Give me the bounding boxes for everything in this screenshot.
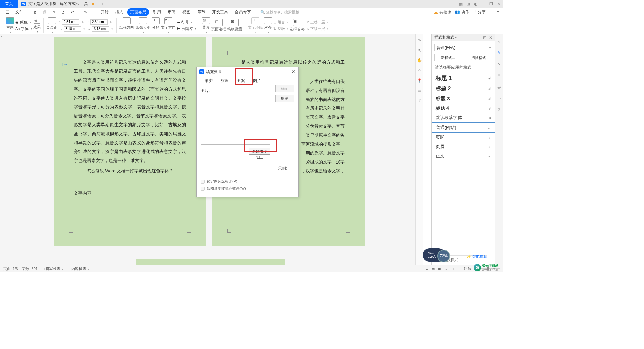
undo-icon[interactable]: ↶ [70, 10, 75, 15]
menu-review[interactable]: 审阅 [165, 8, 178, 16]
downone-button[interactable]: ↘ 下移一层▾ [306, 26, 328, 31]
margin-button[interactable]: 页边距▾ [46, 17, 57, 34]
tab-pattern[interactable]: 图案 [233, 76, 249, 85]
align-button[interactable]: ⊟对齐▾ [264, 17, 272, 34]
location-icon[interactable]: ◎ [496, 84, 502, 90]
smart-layout-button[interactable]: ✨ 智能排版 [466, 254, 487, 259]
margin-right-input[interactable] [92, 26, 109, 32]
tab-document[interactable]: W 文字是人类用符...远的方式和工具 [18, 1, 97, 7]
rotate-button[interactable]: ↻ 旋转▾ [273, 26, 288, 31]
close-icon[interactable]: ✕ [497, 2, 500, 6]
wrap-button[interactable]: ⊡文字环绕▾ [248, 17, 263, 34]
menu-view[interactable]: 视图 [180, 8, 193, 16]
zoom-level[interactable]: 74% [464, 267, 471, 271]
theme-button[interactable]: 主题▾ [6, 17, 14, 34]
background-button[interactable]: ▨背景▾ [202, 17, 210, 34]
lineno-button[interactable]: ≣ 行号▾ [177, 20, 196, 25]
view-mode-4-icon[interactable]: ⊞ [438, 267, 441, 271]
file-dropdown-icon[interactable]: ▾ [28, 11, 30, 14]
spellcheck-toggle[interactable]: ⊡ 拼写检查 ▾ [42, 266, 63, 271]
maximize-icon[interactable]: ❐ [489, 2, 493, 6]
fit-icon[interactable]: ⊡ [457, 267, 460, 271]
undo-dropdown-icon[interactable]: ▾ [78, 11, 80, 14]
cursor-icon[interactable]: ↖ [418, 48, 421, 53]
expand-icon[interactable]: ⌃ [496, 10, 500, 15]
pin-icon[interactable]: ⊡ [483, 35, 486, 40]
selectpane-button[interactable]: ⊟选择窗格 [290, 19, 305, 32]
panel-close-icon[interactable]: ✕ [489, 35, 492, 40]
select-picture-button[interactable]: 选择图片(L)... [249, 148, 270, 155]
pin-icon[interactable]: 📍 [417, 78, 422, 83]
view-mode-6-icon[interactable]: ⊟ [451, 267, 454, 271]
tab-add[interactable]: + [97, 1, 108, 7]
menu-file[interactable]: 文件 [13, 8, 26, 16]
hamburger-icon[interactable]: ☰ [5, 10, 10, 15]
minimize-icon[interactable]: — [481, 2, 485, 6]
book-icon[interactable]: ▭ [418, 88, 421, 93]
saveas-icon[interactable]: 🗐 [42, 10, 47, 15]
collab-button[interactable]: 👥 协作 [455, 9, 469, 15]
ok-button[interactable]: 确定 [275, 85, 294, 92]
pageborder-button[interactable]: ▢页面边框 [211, 19, 226, 32]
tab-home[interactable]: 首页 [0, 0, 18, 8]
tab-picture[interactable]: 图片 [249, 76, 265, 85]
clear-format-button[interactable]: 清除格式 [465, 54, 493, 61]
orientation-button[interactable]: 纸张方向▾ [119, 17, 134, 34]
search-input[interactable]: 🔍 查找命令、搜索模板 [260, 10, 299, 15]
style-header[interactable]: 页眉↲ [432, 142, 495, 151]
format-icon[interactable]: ✎ [496, 50, 502, 55]
style-default-font[interactable]: 默认段落字体a [432, 113, 495, 122]
current-style-select[interactable]: 普通(网站)▾ [434, 44, 493, 51]
menu-insert[interactable]: 插入 [113, 8, 126, 16]
view-mode-3-icon[interactable]: ▭ [431, 267, 435, 271]
color-button[interactable]: ◉ 颜色▾ [15, 20, 32, 25]
tab-texture[interactable]: 纹理 [217, 76, 233, 85]
style-heading3[interactable]: 标题 3↲ [432, 94, 495, 104]
select-icon[interactable]: ↖ [496, 61, 502, 67]
menu-pagelayout[interactable]: 页面布局 [127, 8, 149, 16]
help-icon[interactable]: ? [418, 98, 421, 103]
menu-section[interactable]: 章节 [195, 8, 208, 16]
group-button[interactable]: ⊞ 组合▾ [273, 20, 288, 25]
word-count[interactable]: 字数: 891 [22, 266, 37, 271]
layout-icon[interactable]: ▭ [496, 96, 502, 101]
rotate-fill-checkbox[interactable]: 随图形旋转填充效果(W) [201, 186, 294, 191]
margin-bottom-input[interactable] [90, 19, 108, 25]
share-button[interactable]: ↗ 分享 [473, 9, 486, 15]
preview-icon[interactable]: 🗋 [60, 10, 66, 15]
cancel-button[interactable]: 取消 [275, 95, 294, 102]
style-heading1[interactable]: 标题 1↲ [432, 72, 495, 84]
style-heading2[interactable]: 标题 2↲ [432, 84, 495, 94]
pencil-icon[interactable]: ✎ [418, 38, 421, 43]
hand-icon[interactable]: ✋ [417, 58, 422, 63]
style-icon[interactable]: ⟐ [496, 39, 502, 44]
font-button[interactable]: Aa 字体▾ [15, 26, 32, 31]
view-mode-1-icon[interactable]: ⊡ [419, 267, 422, 271]
menu-member[interactable]: 会员专享 [232, 8, 254, 16]
shape-icon[interactable]: ◇ [418, 68, 421, 73]
grid-icon[interactable]: ▦ [459, 2, 463, 6]
dialog-close-icon[interactable]: ✕ [291, 69, 296, 74]
papersize-button[interactable]: 纸张大小▾ [136, 17, 150, 34]
margin-left-input[interactable] [64, 26, 81, 32]
collapse-indicator-icon[interactable]: ◂ [1, 35, 2, 38]
textdir-button[interactable]: A↓文字方向▾ [161, 17, 176, 34]
style-footer[interactable]: 页脚↲ [432, 133, 495, 142]
tab-gradient[interactable]: 渐变 [201, 76, 217, 85]
menu-start[interactable]: 开始 [98, 8, 111, 16]
view-mode-5-icon[interactable]: ⊕ [444, 267, 447, 271]
view-mode-2-icon[interactable]: ≡ [426, 267, 428, 271]
upone-button[interactable]: ↗ 上移一层▾ [306, 20, 328, 25]
paper-setting-button[interactable]: ⊞稿纸设置 [227, 19, 242, 32]
style-body[interactable]: 正文↲ [432, 151, 495, 161]
effect-button[interactable]: ◎效果▾ [33, 18, 41, 33]
redo-icon[interactable]: ↷ [83, 10, 88, 15]
help-icon[interactable]: ⊘ [496, 107, 502, 112]
style-normal-web[interactable]: 普通(网站)↲ [432, 122, 495, 133]
page-indicator[interactable]: 页面: 1/3 [3, 266, 18, 271]
nav-icon[interactable]: ⊞ [496, 73, 502, 78]
more-icon[interactable]: ⋮ [489, 10, 493, 15]
lock-ratio-checkbox[interactable]: 锁定图片纵横比(P) [201, 179, 294, 184]
separator-button[interactable]: ⊢ 分隔符▾ [177, 26, 196, 31]
margin-top-input[interactable] [62, 19, 79, 25]
